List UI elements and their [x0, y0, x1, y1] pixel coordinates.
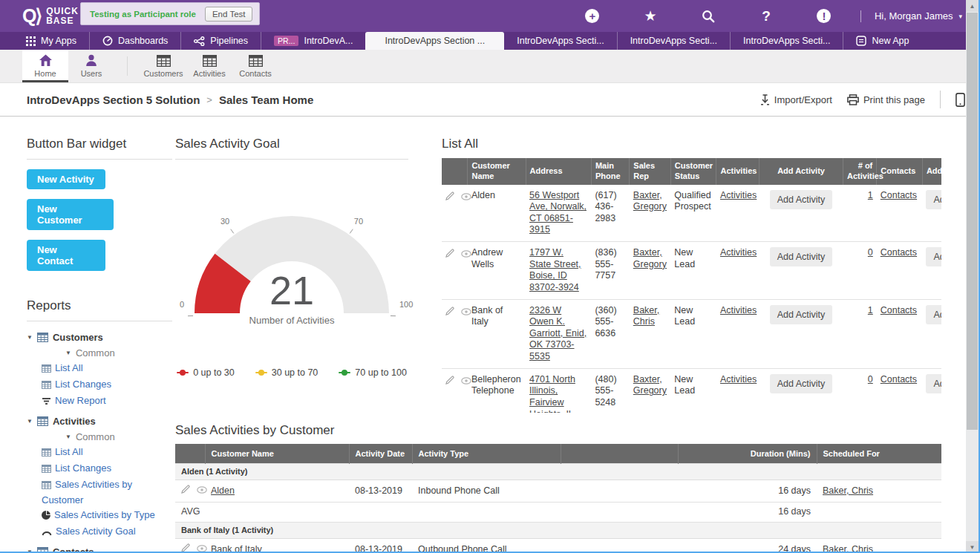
mobile-device-icon[interactable] — [956, 93, 965, 107]
import-export-button[interactable]: Import/Export — [760, 94, 832, 105]
sales-rep-link[interactable]: Baxter, Gregory — [630, 368, 671, 413]
report-link-sales-activities-by-customer[interactable]: Sales Activities by Customer — [42, 477, 172, 507]
edit-pencil-icon[interactable] — [445, 307, 454, 315]
num-activities-link[interactable]: 0 — [843, 368, 877, 413]
edit-pencil-icon[interactable] — [181, 485, 190, 494]
report-link-activities-list-changes[interactable]: List Changes — [42, 461, 172, 477]
col-customer-name[interactable]: Customer Name — [468, 158, 526, 185]
legend-item[interactable]: 70 up to 100 — [339, 367, 407, 378]
edit-pencil-icon[interactable] — [445, 249, 454, 258]
tree-common-activities[interactable]: ▼ Common — [65, 430, 172, 444]
tab-introdeva[interactable]: PR... IntroDevA... — [261, 32, 365, 50]
favorites-star-icon[interactable]: ★ — [621, 9, 679, 23]
sales-rep-link[interactable]: Baker, Chris — [630, 299, 671, 368]
scrollbar-thumb[interactable] — [967, 13, 978, 430]
nav-item-users[interactable]: Users — [68, 50, 114, 82]
tree-common-customers[interactable]: ▼ Common — [65, 346, 172, 360]
num-activities-link[interactable]: 0 — [843, 242, 877, 300]
add-contact-button[interactable]: Add Contact — [926, 374, 941, 393]
num-activities-link[interactable]: 1 — [843, 185, 877, 242]
col-scheduled-for[interactable]: Scheduled For — [817, 444, 941, 463]
nav-item-customers[interactable]: Customers — [140, 50, 186, 82]
nav-item-home[interactable]: Home — [22, 50, 68, 82]
add-contact-button[interactable]: Add Contact — [926, 247, 941, 266]
add-activity-button[interactable]: Add Activity — [770, 305, 833, 324]
address-link[interactable]: 1797 W. State Street, Boise, ID 83702-39… — [526, 242, 591, 300]
col-add-activity[interactable]: Add Activity — [760, 158, 843, 185]
col-activity-date[interactable]: Activity Date — [349, 444, 412, 463]
scrollbar-up-arrow[interactable]: ▲ — [966, 0, 979, 12]
view-eye-icon[interactable] — [461, 308, 471, 315]
quickbase-logo[interactable]: Q⟩ QUICKBASE — [22, 7, 79, 25]
page-scrollbar[interactable]: ▲ ▼ — [966, 0, 979, 553]
activities-link[interactable]: Activities — [716, 242, 760, 300]
contacts-link[interactable]: Contacts — [877, 242, 923, 300]
tree-group-activities[interactable]: ▼ Activities — [27, 414, 172, 428]
customer-name-link[interactable]: Alden — [205, 480, 349, 503]
col-customer-status[interactable]: Customer Status — [670, 158, 716, 185]
report-link-activities-list-all[interactable]: List All — [42, 445, 172, 460]
col-customer-name[interactable]: Customer Name — [205, 444, 349, 463]
tab-introdevapps-4[interactable]: IntroDevApps Secti... — [730, 32, 843, 50]
tab-pipelines[interactable]: Pipelines — [180, 32, 261, 50]
col-add-contact[interactable]: Add Contact — [922, 158, 941, 185]
address-link[interactable]: 56 Westport Ave, Norwalk, CT 06851-3915 — [526, 185, 591, 242]
add-contact-button[interactable]: Add Contact — [926, 305, 941, 324]
col-sales-rep[interactable]: Sales Rep — [630, 158, 671, 185]
activities-link[interactable]: Activities — [716, 368, 760, 413]
end-test-button[interactable]: End Test — [205, 7, 253, 22]
edit-pencil-icon[interactable] — [445, 376, 454, 385]
contacts-link[interactable]: Contacts — [877, 299, 923, 368]
contacts-link[interactable]: Contacts — [877, 368, 923, 413]
tab-new-app[interactable]: New App — [843, 32, 921, 50]
tab-introdevapps-section-active[interactable]: IntroDevApps Section ... — [365, 32, 504, 50]
num-activities-link[interactable]: 1 — [843, 299, 877, 368]
col-activities[interactable]: Activities — [716, 158, 760, 185]
add-activity-button[interactable]: Add Activity — [770, 247, 833, 266]
report-link-customers-list-all[interactable]: List All — [42, 361, 172, 376]
report-link-sales-activity-goal[interactable]: Sales Activity Goal — [42, 524, 172, 540]
nav-item-contacts[interactable]: Contacts — [232, 50, 278, 82]
legend-item[interactable]: 30 up to 70 — [255, 367, 318, 378]
tab-introdevapps-3[interactable]: IntroDevApps Secti... — [617, 32, 730, 50]
add-new-icon[interactable]: + — [564, 9, 621, 23]
tab-my-apps[interactable]: My Apps — [13, 32, 89, 50]
report-link-customers-list-changes[interactable]: List Changes — [42, 377, 172, 393]
breadcrumb-app-name[interactable]: IntroDevApps Section 5 Solution — [27, 94, 200, 106]
new-customer-button[interactable]: New Customer — [27, 199, 114, 230]
new-activity-button[interactable]: New Activity — [27, 169, 105, 189]
print-page-button[interactable]: Print this page — [847, 94, 925, 105]
scheduled-for-link[interactable]: Baker, Chris — [817, 480, 941, 503]
sales-rep-link[interactable]: Baxter, Gregory — [630, 242, 671, 300]
legend-item[interactable]: 0 up to 30 — [177, 367, 235, 378]
alert-icon[interactable]: ! — [795, 9, 853, 23]
search-icon[interactable] — [679, 10, 737, 23]
col-num-activities[interactable]: # of Activities — [843, 158, 877, 185]
nav-item-activities[interactable]: Activities — [186, 50, 232, 82]
report-link-sales-activities-by-type[interactable]: Sales Activities by Type — [42, 508, 172, 523]
col-address[interactable]: Address — [526, 158, 591, 185]
sales-rep-link[interactable]: Baxter, Gregory — [630, 185, 671, 242]
col-main-phone[interactable]: Main Phone — [591, 158, 629, 185]
col-activity-type[interactable]: Activity Type — [412, 444, 561, 463]
help-icon[interactable]: ? — [737, 9, 795, 23]
add-activity-button[interactable]: Add Activity — [770, 190, 833, 209]
view-eye-icon[interactable] — [461, 250, 471, 258]
edit-pencil-icon[interactable] — [445, 192, 454, 200]
report-link-customers-new-report[interactable]: New Report — [42, 393, 172, 409]
tab-introdevapps-2[interactable]: IntroDevApps Secti... — [504, 32, 616, 50]
col-duration[interactable]: Duration (Mins) — [678, 444, 817, 463]
add-activity-button[interactable]: Add Activity — [770, 374, 833, 393]
contacts-link[interactable]: Contacts — [877, 185, 923, 242]
tab-dashboards[interactable]: Dashboards — [89, 32, 180, 50]
new-contact-button[interactable]: New Contact — [27, 240, 105, 271]
activities-link[interactable]: Activities — [716, 185, 760, 242]
address-link[interactable]: 2326 W Owen K. Garriott, Enid, OK 73703-… — [526, 299, 591, 368]
col-contacts[interactable]: Contacts — [877, 158, 923, 185]
view-eye-icon[interactable] — [461, 377, 471, 385]
tree-group-customers[interactable]: ▼ Customers — [27, 330, 172, 344]
address-link[interactable]: 4701 North Illinois, Fairview Heights, I… — [526, 368, 591, 413]
add-contact-button[interactable]: Add Contact — [926, 190, 941, 209]
view-eye-icon[interactable] — [461, 193, 471, 200]
user-menu[interactable]: Hi, Morgan James ▾ — [875, 10, 962, 22]
